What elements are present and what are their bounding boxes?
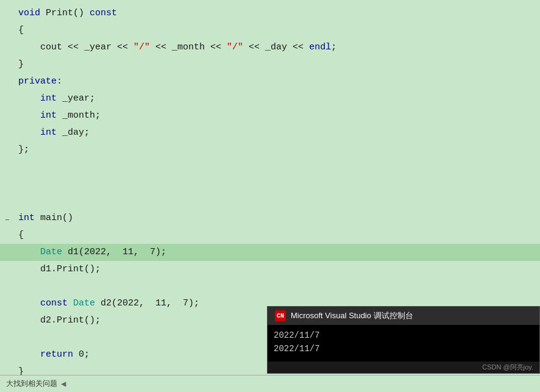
code-line: } — [18, 56, 534, 73]
console-window: CN Microsoft Visual Studio 调试控制台 2022/11… — [267, 306, 540, 374]
code-line: int _year; — [18, 90, 534, 107]
code-line-d1: Date d1(2022, 11, 7); — [0, 244, 540, 261]
keyword-return: return — [40, 346, 73, 363]
code-line-empty2 — [18, 176, 534, 193]
code-line-d1print: d1.Print(); — [18, 261, 534, 278]
console-footer: CSDN @阿亮joy. — [268, 362, 539, 373]
keyword-int-main: int — [18, 210, 35, 227]
code-line: cout << _year << "/" << _month << "/" <<… — [18, 39, 534, 56]
vs-icon: CN — [275, 310, 286, 321]
code-line-empty3 — [18, 193, 534, 210]
code-line: { — [18, 22, 534, 39]
console-output-line-2: 2022/11/7 — [274, 342, 533, 355]
code-line: private : — [18, 73, 534, 90]
type-date2: Date — [73, 295, 95, 312]
bottom-bar: 大找到相关问题 ◀ — [0, 375, 540, 392]
type-date: Date — [40, 244, 62, 261]
keyword-const2: const — [40, 295, 68, 312]
code-line-empty4 — [18, 278, 534, 295]
console-body: 2022/11/7 2022/11/7 — [268, 325, 539, 362]
code-line-empty — [18, 159, 534, 176]
code-line-main: − int main() — [18, 210, 534, 227]
console-output-line-1: 2022/11/7 — [274, 329, 533, 342]
keyword-private: private — [18, 73, 57, 90]
code-line: }; — [18, 141, 534, 159]
code-line: void Print() const — [18, 5, 534, 22]
code-line: int _month; — [18, 107, 534, 124]
keyword-const: const — [90, 5, 117, 22]
collapse-marker[interactable]: − — [5, 212, 10, 229]
keyword-int2: int — [40, 107, 57, 124]
keyword-int3: int — [40, 124, 57, 141]
console-title-bar: CN Microsoft Visual Studio 调试控制台 — [268, 307, 539, 325]
code-line-brace: { — [18, 227, 534, 244]
code-editor: void Print() const { cout << _year << "/… — [0, 0, 540, 392]
code-line: int _day; — [18, 124, 534, 141]
console-title: Microsoft Visual Studio 调试控制台 — [291, 310, 413, 321]
keyword-void: void — [18, 5, 40, 22]
bottom-bar-arrow[interactable]: ◀ — [61, 379, 66, 389]
keyword-int: int — [40, 90, 57, 107]
bottom-bar-text: 大找到相关问题 — [6, 379, 57, 389]
csdn-badge: CSDN @阿亮joy. — [482, 363, 533, 372]
